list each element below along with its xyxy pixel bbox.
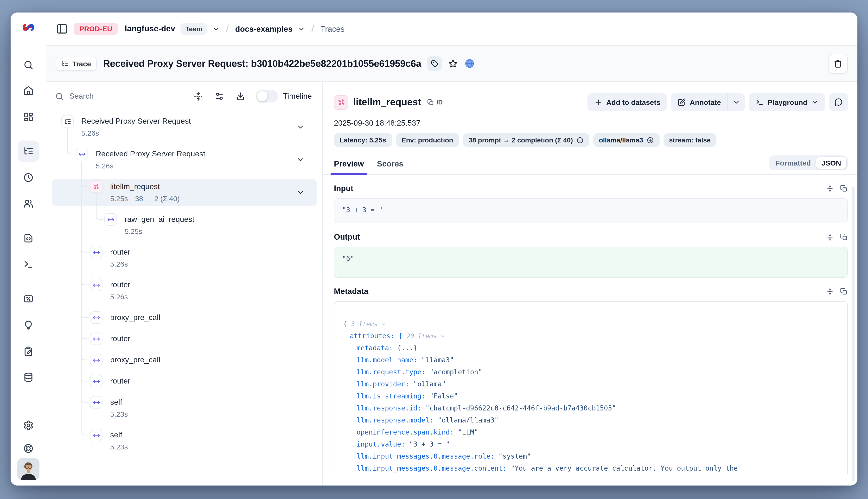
sidebar-item-annotation-queues[interactable] — [17, 341, 39, 362]
sidebar-item-llm-as-a-judge[interactable] — [17, 315, 39, 336]
sidebar-item-settings[interactable] — [17, 415, 39, 436]
top-header: PROD-EU langfuse-dev Team / docs-example… — [46, 13, 857, 46]
observation-timestamp: 2025-09-30 18:48:25.537 — [334, 119, 848, 127]
tree-node-self[interactable]: self5.23s — [52, 427, 317, 454]
globe-icon — [465, 58, 475, 69]
output-copy-button[interactable] — [840, 233, 848, 241]
input-copy-button[interactable] — [840, 184, 848, 192]
download-icon — [236, 92, 245, 101]
user-avatar[interactable] — [17, 458, 39, 480]
copy-icon — [840, 233, 848, 241]
trace-type-chip[interactable]: Trace — [56, 57, 97, 71]
breadcrumb-project[interactable]: docs-examples — [235, 24, 293, 34]
search-input[interactable]: Search — [55, 92, 193, 101]
project-chevron-down-icon[interactable] — [298, 25, 305, 33]
view-settings-button[interactable] — [215, 92, 224, 101]
tree-node-router[interactable]: router — [52, 331, 317, 346]
sidebar-item-datasets[interactable] — [17, 367, 39, 388]
add-to-datasets-button[interactable]: Add to datasets — [587, 93, 667, 111]
annotate-dropdown-button[interactable] — [728, 93, 745, 111]
tab-preview[interactable]: Preview — [334, 159, 364, 174]
avatar-image — [17, 458, 39, 480]
collapse-all-button[interactable] — [193, 92, 203, 101]
sidebar-item-users[interactable] — [17, 193, 39, 214]
tree-node-collapse-chevron[interactable] — [296, 156, 305, 164]
tree-node-received-proxy-server-request[interactable]: Received Proxy Server Request5.26s — [52, 113, 317, 141]
metadata-collapse-button[interactable] — [826, 288, 834, 295]
chevron-down-icon — [440, 334, 445, 339]
metadata-json-line: openinference.span.kind: "LLM" — [343, 426, 839, 438]
duration: 5.23s — [110, 443, 128, 451]
view-mode-formatted[interactable]: Formatted — [770, 157, 816, 169]
tree-node-collapse-chevron[interactable] — [296, 188, 305, 197]
sidebar-item-support[interactable] — [19, 439, 38, 458]
tab-scores[interactable]: Scores — [377, 159, 403, 174]
delete-trace-button[interactable] — [828, 54, 848, 73]
annotate-button[interactable]: Annotate — [671, 93, 728, 111]
timeline-toggle[interactable] — [256, 90, 278, 102]
generation-type-icon — [90, 181, 102, 193]
tree-node-router[interactable]: router — [52, 374, 317, 389]
output-collapse-button[interactable] — [826, 233, 834, 241]
trace-tree: Received Proxy Server Request5.26sReceiv… — [46, 107, 322, 454]
tree-node-proxy-pre-call[interactable]: proxy_pre_call — [52, 310, 317, 325]
copy-id-button[interactable]: ID — [427, 99, 443, 106]
span-type-icon — [90, 279, 102, 291]
sidebar-item-playground[interactable] — [17, 254, 39, 275]
filter-sliders-icon — [215, 92, 224, 101]
tree-node-metrics: 5.25s — [125, 227, 297, 235]
breadcrumb-org[interactable]: langfuse-dev — [125, 24, 175, 34]
comment-bubble-icon — [834, 98, 843, 107]
span-type-icon — [90, 332, 102, 345]
tree-node-label: raw_gen_ai_request — [125, 215, 297, 224]
sidebar-item-sessions[interactable] — [17, 167, 39, 188]
metadata-section: Metadata { 3 Items attributes: { 20 Item… — [334, 287, 848, 474]
detail-scrollbar[interactable] — [852, 187, 855, 482]
sidebar-toggle-button[interactable] — [56, 23, 68, 35]
tree-node-received-proxy-server-request[interactable]: Received Proxy Server Request5.26s — [52, 146, 317, 173]
bookmark-star-button[interactable] — [448, 59, 458, 69]
tree-node-label: router — [110, 248, 297, 256]
tree-node-router[interactable]: router5.26s — [52, 277, 317, 304]
sidebar-item-tracing[interactable] — [17, 141, 39, 162]
tree-node-self[interactable]: self5.23s — [52, 394, 317, 422]
download-button[interactable] — [236, 92, 245, 101]
tree-node-label: router — [110, 334, 297, 343]
tree-node-router[interactable]: router5.26s — [52, 244, 317, 271]
input-collapse-button[interactable] — [826, 184, 834, 192]
json-collapse-toggle[interactable]: 3 Items — [351, 320, 386, 328]
json-collapse-toggle[interactable]: 20 Items — [406, 332, 445, 340]
view-mode-json[interactable]: JSON — [816, 157, 846, 169]
span-type-icon — [90, 429, 102, 441]
span-move-horizontal-icon — [93, 431, 100, 439]
public-share-button[interactable] — [465, 58, 475, 69]
tree-node-label: self — [110, 398, 297, 406]
breadcrumb-section[interactable]: Traces — [320, 24, 344, 34]
metadata-copy-button[interactable] — [840, 288, 848, 295]
span-move-horizontal-icon — [93, 248, 100, 256]
input-value: "3 + 3 = " — [334, 198, 848, 223]
observation-title: litellm_request — [353, 97, 421, 108]
playground-button[interactable]: Playground — [749, 93, 825, 111]
sidebar-item-evaluation[interactable] — [17, 288, 39, 309]
metadata-section-label: Metadata — [334, 287, 368, 296]
tree-node-collapse-chevron[interactable] — [296, 123, 305, 131]
tree-node-raw-gen-ai-request[interactable]: raw_gen_ai_request5.25s — [52, 212, 317, 239]
duration: 5.25s — [125, 227, 142, 235]
tree-node-litellm-request[interactable]: litellm_request5.25s38 → 2 (Σ 40) — [52, 179, 317, 206]
sidebar-item-home[interactable] — [17, 80, 39, 101]
tag-button[interactable] — [428, 56, 442, 71]
org-chevron-down-icon[interactable] — [212, 25, 220, 33]
duration: 5.26s — [81, 129, 99, 137]
sidebar-item-dashboards[interactable] — [17, 106, 39, 127]
tree-node-proxy-pre-call[interactable]: proxy_pre_call — [52, 352, 317, 368]
badge: Env: production — [396, 133, 459, 147]
trace-chip-label: Trace — [72, 59, 91, 68]
span-type-icon — [90, 375, 102, 387]
sidebar-item-prompts[interactable] — [17, 228, 39, 249]
comments-button[interactable] — [829, 93, 848, 111]
input-section: Input "3 + 3 = " — [334, 184, 848, 223]
metadata-json-line: llm.input_messages.0.message.role: "syst… — [343, 450, 839, 462]
sidebar-item-search[interactable] — [17, 54, 39, 75]
app-window: PROD-EU langfuse-dev Team / docs-example… — [11, 13, 857, 486]
